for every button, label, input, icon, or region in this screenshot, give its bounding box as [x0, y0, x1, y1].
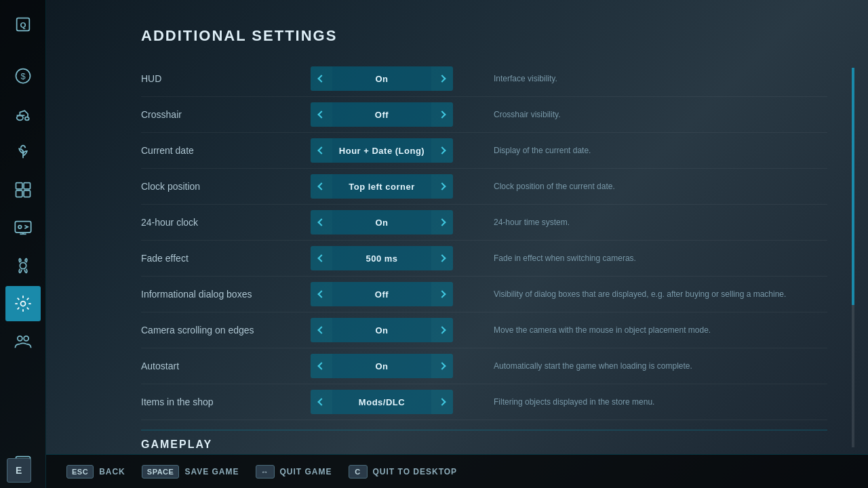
page-title: ADDITIONAL SETTINGS: [141, 27, 827, 45]
chevron-left-icon: [317, 362, 325, 369]
setting-value-fade_effect: 500 ms: [332, 246, 431, 270]
sidebar-item-economy[interactable]: $: [5, 58, 41, 94]
chevron-left-icon: [317, 182, 325, 190]
setting-row-clock_position: Clock position Top left corner Clock pos…: [141, 169, 827, 205]
setting-next-camera_scroll[interactable]: [431, 318, 453, 342]
setting-prev-fade_effect[interactable]: [311, 246, 332, 270]
setting-prev-clock_24[interactable]: [311, 210, 332, 235]
bottom-btn-quit-game[interactable]: ↔ QUIT GAME: [256, 465, 332, 479]
setting-desc-camera_scroll: Move the camera with the mouse in object…: [494, 325, 827, 335]
tractor-icon: [14, 104, 33, 123]
multiplayer-icon: [14, 332, 33, 351]
setting-prev-clock_position[interactable]: [311, 174, 332, 199]
gameplay-section-title: GAMEPLAY: [141, 430, 827, 451]
setting-row-current_date: Current date Hour + Date (Long) Display …: [141, 133, 827, 169]
setting-prev-current_date[interactable]: [311, 138, 332, 163]
settings-list: HUD On Interface visibility. Crosshair O…: [141, 61, 827, 420]
chevron-right-icon: [438, 362, 446, 369]
setting-control-camera_scroll: On: [311, 318, 453, 342]
setting-label-hud: HUD: [141, 73, 311, 84]
chevron-right-icon: [438, 398, 446, 405]
svg-rect-8: [24, 183, 30, 189]
sidebar-item-monitor[interactable]: [5, 210, 41, 245]
bottom-btn-back[interactable]: ESC BACK: [66, 465, 125, 479]
setting-next-clock_24[interactable]: [431, 210, 453, 235]
setting-next-shop_items[interactable]: [431, 390, 453, 414]
setting-next-current_date[interactable]: [431, 138, 453, 163]
e-key[interactable]: E: [7, 458, 31, 483]
setting-label-autostart: Autostart: [141, 361, 311, 371]
sidebar-item-fields[interactable]: [5, 172, 41, 207]
bottom-btn-save-game[interactable]: SPACE SAVE GAME: [142, 465, 239, 479]
chevron-left-icon: [317, 218, 325, 226]
setting-control-crosshair: Off: [311, 102, 453, 127]
chevron-right-icon: [438, 75, 446, 82]
setting-desc-hud: Interface visibility.: [494, 74, 827, 83]
setting-desc-fade_effect: Fade in effect when switching cameras.: [494, 253, 827, 263]
setting-prev-crosshair[interactable]: [311, 102, 332, 127]
setting-value-dialog_boxes: Off: [332, 282, 431, 306]
setting-next-dialog_boxes[interactable]: [431, 282, 453, 306]
setting-prev-shop_items[interactable]: [311, 390, 332, 414]
svg-point-15: [20, 262, 26, 268]
setting-control-clock_24: On: [311, 210, 453, 235]
sidebar-item-vehicles[interactable]: [5, 96, 41, 131]
setting-control-clock_position: Top left corner: [311, 174, 453, 199]
chevron-right-icon: [438, 254, 446, 262]
setting-next-clock_position[interactable]: [431, 174, 453, 199]
svg-text:$: $: [20, 71, 25, 81]
setting-control-dialog_boxes: Off: [311, 282, 453, 306]
fields-icon: [14, 180, 33, 199]
setting-desc-dialog_boxes: Visibility of dialog boxes that are disp…: [494, 289, 827, 299]
setting-row-shop_items: Items in the shop Mods/DLC Filtering obj…: [141, 384, 827, 420]
setting-prev-hud[interactable]: [311, 66, 332, 91]
sidebar-item-settings[interactable]: [5, 286, 41, 321]
setting-prev-dialog_boxes[interactable]: [311, 282, 332, 306]
bottom-bar: ESC BACK SPACE SAVE GAME ↔ QUIT GAME C Q…: [46, 454, 868, 488]
sidebar-item-animals[interactable]: [5, 248, 41, 283]
monitor-icon: [14, 218, 33, 237]
bottom-btn-quit-to-desktop[interactable]: C QUIT TO DESKTOP: [349, 465, 458, 479]
setting-next-hud[interactable]: [431, 66, 453, 91]
setting-next-crosshair[interactable]: [431, 102, 453, 127]
setting-value-crosshair: Off: [332, 102, 431, 127]
setting-row-camera_scroll: Camera scrolling on edges On Move the ca…: [141, 312, 827, 348]
setting-next-fade_effect[interactable]: [431, 246, 453, 270]
scrollbar-thumb[interactable]: [852, 68, 854, 305]
setting-row-dialog_boxes: Informational dialog boxes Off Visibilit…: [141, 277, 827, 312]
setting-value-autostart: On: [332, 354, 431, 378]
sidebar-item-multiplayer[interactable]: [5, 324, 41, 359]
chevron-right-icon: [438, 110, 446, 118]
sidebar-item-q[interactable]: Q: [5, 7, 41, 42]
setting-control-current_date: Hour + Date (Long): [311, 138, 453, 163]
chevron-left-icon: [317, 146, 325, 154]
chevron-right-icon: [438, 326, 446, 333]
chevron-right-icon: [438, 146, 446, 154]
setting-control-shop_items: Mods/DLC: [311, 390, 453, 414]
setting-desc-autostart: Automatically start the game when loadin…: [494, 361, 827, 371]
setting-prev-autostart[interactable]: [311, 354, 332, 378]
setting-label-dialog_boxes: Informational dialog boxes: [141, 289, 311, 300]
setting-desc-current_date: Display of the current date.: [494, 146, 827, 155]
setting-desc-clock_24: 24-hour time system.: [494, 218, 827, 227]
scrollbar[interactable]: [852, 68, 854, 447]
setting-control-autostart: On: [311, 354, 453, 378]
setting-value-current_date: Hour + Date (Long): [332, 138, 431, 163]
key-badge: ESC: [66, 465, 94, 479]
key-badge: SPACE: [142, 465, 180, 479]
chevron-right-icon: [438, 290, 446, 298]
svg-rect-10: [24, 190, 30, 197]
setting-control-hud: On: [311, 66, 453, 91]
crops-icon: [14, 142, 33, 161]
chevron-left-icon: [317, 290, 325, 298]
setting-next-autostart[interactable]: [431, 354, 453, 378]
svg-rect-9: [16, 190, 22, 197]
svg-text:Q: Q: [20, 20, 26, 29]
chevron-left-icon: [317, 254, 325, 262]
sidebar-item-crops[interactable]: [5, 134, 41, 169]
svg-point-17: [17, 336, 22, 341]
setting-label-clock_24: 24-hour clock: [141, 217, 311, 228]
bottom-btn-label: BACK: [99, 467, 125, 476]
svg-point-18: [24, 336, 28, 341]
setting-prev-camera_scroll[interactable]: [311, 318, 332, 342]
